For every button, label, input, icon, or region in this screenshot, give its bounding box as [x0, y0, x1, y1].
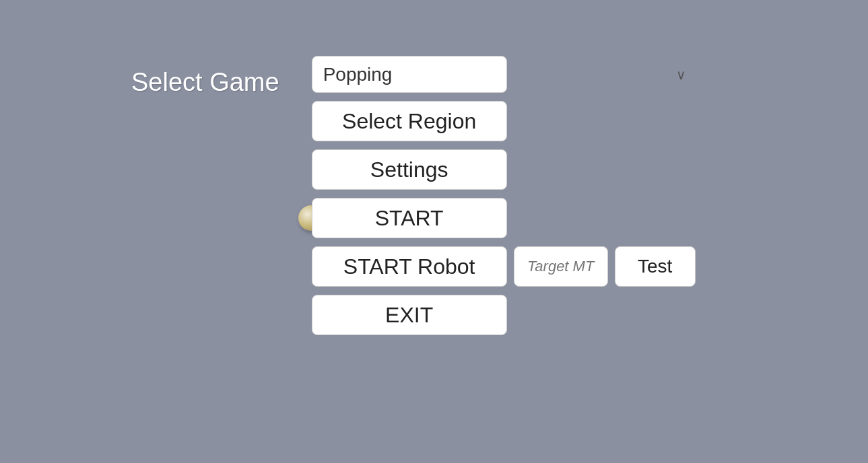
select-game-label: Select Game	[131, 68, 279, 97]
game-select-wrapper: Popping Billiards Darts Other ∨	[312, 56, 696, 93]
start-robot-button[interactable]: START Robot	[312, 246, 507, 287]
label-section: Select Game	[131, 56, 279, 97]
exit-button[interactable]: EXIT	[312, 295, 507, 335]
chevron-down-icon: ∨	[676, 67, 686, 83]
game-select-dropdown[interactable]: Popping Billiards Darts Other	[312, 56, 507, 93]
robot-row: START Robot Test	[312, 246, 696, 287]
settings-button[interactable]: Settings	[312, 149, 507, 190]
test-button[interactable]: Test	[615, 246, 696, 287]
target-mt-input[interactable]	[514, 246, 608, 287]
select-region-button[interactable]: Select Region	[312, 101, 507, 141]
main-container: Select Game Popping Billiards Darts Othe…	[131, 56, 696, 335]
start-button[interactable]: START	[312, 198, 507, 238]
controls-section: Popping Billiards Darts Other ∨ Select R…	[312, 56, 696, 335]
